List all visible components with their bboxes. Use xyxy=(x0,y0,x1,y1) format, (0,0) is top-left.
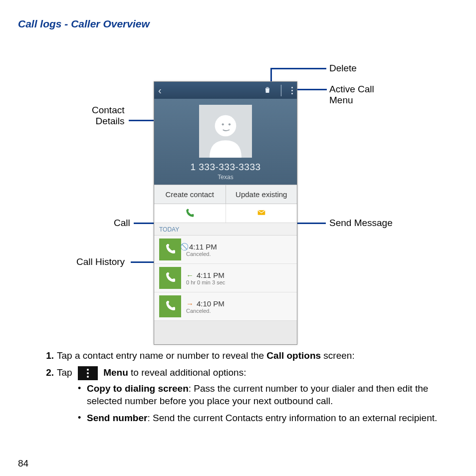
log-sub: Canceled. xyxy=(186,251,217,257)
call-type-icon xyxy=(159,267,181,289)
step-text: Tap a contact entry name or number to re… xyxy=(57,350,266,361)
callout-call: Call xyxy=(114,218,130,229)
callout-delete: Delete xyxy=(329,63,357,74)
contact-location: Texas xyxy=(154,174,297,181)
back-icon[interactable]: ‹ xyxy=(158,85,162,96)
avatar xyxy=(199,105,252,158)
callout-text: Details xyxy=(95,116,124,126)
log-time: 4:11 PM xyxy=(197,271,225,279)
contact-details-pane[interactable]: 1 333-333-3333 Texas xyxy=(154,99,297,185)
outgoing-arrow-icon: → xyxy=(186,299,194,308)
callout-text: Contact xyxy=(92,105,124,115)
callout-send-message: Send Message xyxy=(329,218,393,229)
comm-actions-row xyxy=(154,204,297,223)
call-log-item[interactable]: ⃠4:11 PM Canceled. xyxy=(154,236,297,264)
step-2: 2. Tap Menu to reveal additional options… xyxy=(40,366,453,429)
step-1: 1. Tap a contact entry name or number to… xyxy=(40,349,453,362)
message-button[interactable] xyxy=(226,204,297,223)
option-item: Copy to dialing screen: Pass the current… xyxy=(78,382,453,408)
option-item: Send number: Send the current Contacts e… xyxy=(78,412,453,425)
create-contact-button[interactable]: Create contact xyxy=(154,185,226,204)
call-log-item[interactable]: →4:10 PM Canceled. xyxy=(154,292,297,321)
call-type-icon xyxy=(159,238,181,260)
callout-text: Menu xyxy=(329,95,353,105)
log-time: 4:10 PM xyxy=(197,299,225,308)
call-button[interactable] xyxy=(154,204,226,223)
step-number: 2. xyxy=(40,366,54,379)
svg-point-0 xyxy=(215,115,237,137)
callout-active-call-menu: Active Call Menu xyxy=(329,84,374,106)
svg-point-2 xyxy=(229,123,231,125)
phone-titlebar: ‹ │ xyxy=(154,82,297,99)
page-number: 84 xyxy=(18,458,28,469)
step-text-bold: Menu xyxy=(103,367,128,378)
incoming-arrow-icon: ← xyxy=(186,271,194,279)
log-time: 4:11 PM xyxy=(189,242,217,251)
svg-point-1 xyxy=(222,123,224,125)
menu-icon xyxy=(78,366,98,380)
log-date-header: TODAY xyxy=(154,223,297,236)
step-text: Tap xyxy=(57,367,75,378)
callout-call-history: Call History xyxy=(76,256,125,267)
call-log-item[interactable]: ←4:11 PM 0 hr 0 min 3 sec xyxy=(154,264,297,292)
callout-text: Active Call xyxy=(329,84,374,94)
log-sub: Canceled. xyxy=(186,308,225,314)
step-number: 1. xyxy=(40,349,54,362)
step-text: to reveal additional options: xyxy=(128,367,246,378)
contact-number: 1 333-333-3333 xyxy=(154,162,297,173)
contact-actions-row: Create contact Update existing xyxy=(154,185,297,204)
instructions: 1. Tap a contact entry name or number to… xyxy=(18,349,458,429)
callout-contact-details: Contact Details xyxy=(92,105,124,127)
section-heading: Call logs - Caller Overview xyxy=(18,18,458,30)
update-existing-button[interactable]: Update existing xyxy=(226,185,297,204)
phone-screenshot: ‹ │ 1 333 xyxy=(154,81,297,345)
step-text: screen: xyxy=(321,350,355,361)
call-type-icon xyxy=(159,295,181,317)
option-bold: Send number xyxy=(87,413,147,423)
option-bold: Copy to dialing screen xyxy=(87,383,189,394)
menu-icon[interactable] xyxy=(291,87,293,94)
log-sub: 0 hr 0 min 3 sec xyxy=(186,279,225,285)
option-text: : Send the current Contacts entry inform… xyxy=(147,413,437,423)
delete-icon[interactable] xyxy=(263,86,271,95)
annotated-diagram: Delete Active Call Menu Contact Details … xyxy=(18,39,458,343)
step-text-bold: Call options xyxy=(266,350,321,361)
